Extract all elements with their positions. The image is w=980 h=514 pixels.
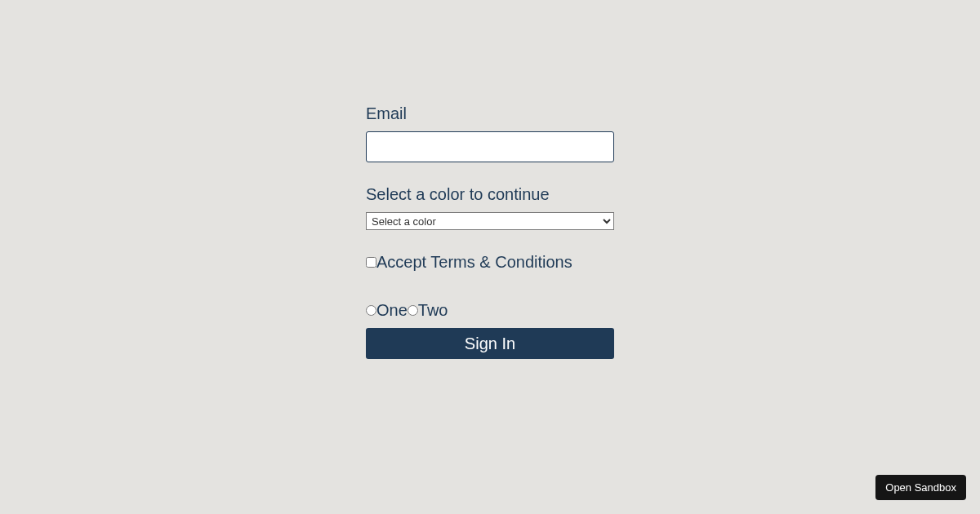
color-select[interactable]: Select a color	[366, 212, 614, 230]
email-field[interactable]	[366, 131, 614, 162]
open-sandbox-button[interactable]: Open Sandbox	[875, 475, 966, 500]
radio-group: One Two	[366, 301, 614, 320]
color-group: Select a color to continue Select a colo…	[366, 185, 614, 230]
signin-button[interactable]: Sign In	[366, 328, 614, 359]
radio-one[interactable]	[366, 305, 376, 316]
signin-form: Email Select a color to continue Select …	[366, 104, 614, 359]
email-group: Email	[366, 104, 614, 162]
radio-two-label: Two	[418, 301, 448, 320]
terms-label: Accept Terms & Conditions	[376, 253, 572, 272]
terms-checkbox[interactable]	[366, 257, 376, 268]
terms-group: Accept Terms & Conditions	[366, 253, 614, 272]
radio-two[interactable]	[408, 305, 418, 316]
color-label: Select a color to continue	[366, 185, 614, 204]
email-label: Email	[366, 104, 614, 123]
radio-one-label: One	[376, 301, 408, 320]
